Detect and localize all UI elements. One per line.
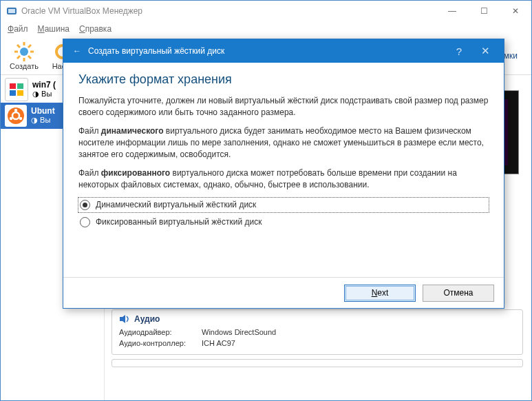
- wizard-para-1: Пожалуйста уточните, должен ли новый вир…: [78, 95, 489, 119]
- wizard-footer: Next Отмена: [63, 277, 504, 308]
- wizard-titlebar[interactable]: ← Создать виртуальный жёсткий диск ? ✕: [63, 39, 504, 63]
- cancel-button[interactable]: Отмена: [423, 285, 494, 302]
- wizard-body: Укажите формат хранения Пожалуйста уточн…: [63, 63, 504, 277]
- main-window: Oracle VM VirtualBox Менеджер — ☐ ✕ Файл…: [0, 0, 532, 401]
- wizard-para-3: Файл фиксированного виртуального диска м…: [78, 167, 489, 191]
- create-disk-wizard: ← Создать виртуальный жёсткий диск ? ✕ У…: [63, 39, 504, 309]
- wizard-close-button[interactable]: ✕: [472, 45, 498, 57]
- help-button[interactable]: ?: [446, 45, 472, 57]
- next-button[interactable]: Next: [344, 285, 416, 302]
- radio-fixed-label: Фиксированный виртуальный жёсткий диск: [96, 216, 262, 228]
- radio-fixed[interactable]: Фиксированный виртуальный жёсткий диск: [78, 215, 489, 229]
- radio-icon: [80, 217, 90, 227]
- back-icon[interactable]: ←: [69, 46, 85, 56]
- radio-icon: [80, 200, 90, 210]
- radio-dynamic[interactable]: Динамический виртуальный жёсткий диск: [78, 198, 489, 212]
- wizard-para-2: Файл динамического виртуального диска бу…: [78, 125, 489, 161]
- radio-dynamic-label: Динамический виртуальный жёсткий диск: [96, 199, 256, 211]
- wizard-heading: Укажите формат хранения: [78, 74, 489, 85]
- wizard-title: Создать виртуальный жёсткий диск: [85, 46, 446, 56]
